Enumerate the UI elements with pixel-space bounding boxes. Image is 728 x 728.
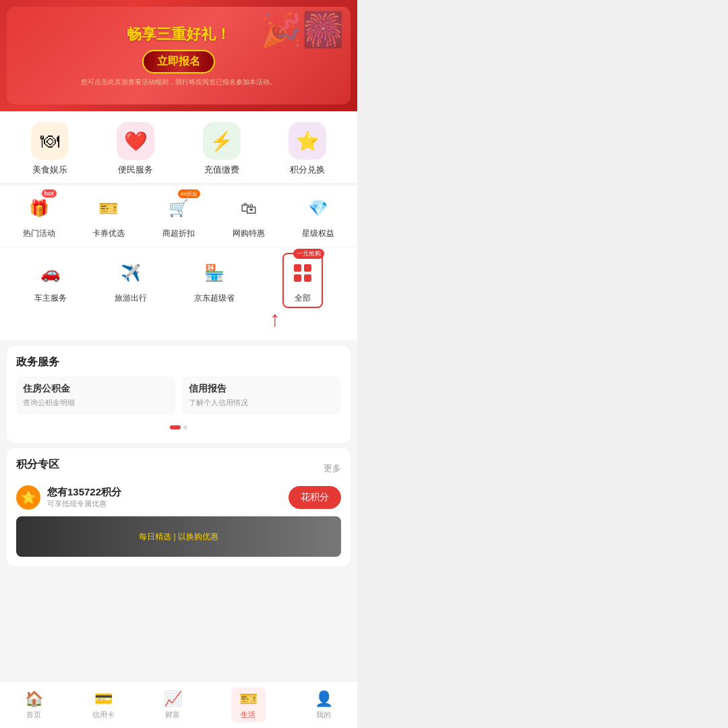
quick-label-all: 全部 xyxy=(295,293,311,304)
credit-card-icon: 💳 xyxy=(94,690,113,708)
food-icon: 🍽 xyxy=(31,122,69,160)
vip-icon: 💎 xyxy=(302,192,334,224)
quick-item-jd[interactable]: 🏪 京东超级省 xyxy=(194,257,235,304)
service-label-food: 美食娱乐 xyxy=(32,164,67,176)
hot-icon: 🎁 hot xyxy=(23,192,55,224)
points-sub: 可享抵现专属优惠 xyxy=(47,499,121,509)
gov-item-housing-title: 住房公积金 xyxy=(23,383,169,395)
travel-icon: ✈️ xyxy=(115,257,147,289)
gov-item-credit-title: 信用报告 xyxy=(189,383,334,395)
quick-label-discount: 商超折扣 xyxy=(162,228,195,239)
quick-item-vip[interactable]: 💎 星级权益 xyxy=(302,192,334,239)
arrow-area: ↑ xyxy=(0,313,357,340)
coupon-icon: 🎫 xyxy=(92,192,125,224)
quick-item-shopping[interactable]: 🛍 网购特惠 xyxy=(233,192,265,239)
all-icon xyxy=(286,257,319,289)
scroll-dot-1 xyxy=(170,425,181,429)
nav-item-mine[interactable]: 👤 我的 xyxy=(315,690,333,720)
scroll-indicator xyxy=(16,421,341,433)
service-label-points: 积分兑换 xyxy=(290,164,325,176)
quick-label-shopping: 网购特惠 xyxy=(233,228,265,239)
service-row: 🍽 美食娱乐 ❤️ 便民服务 ⚡ 充值缴费 ⭐ 积分兑换 xyxy=(0,111,357,183)
nav-item-credit[interactable]: 💳 信用卡 xyxy=(92,690,115,720)
gov-item-credit-desc: 了解个人信用情况 xyxy=(189,398,334,408)
quick-item-car[interactable]: 🚗 车主服务 xyxy=(34,257,67,304)
gov-item-credit[interactable]: 信用报告 了解个人信用情况 xyxy=(182,376,341,415)
left-phone: 🎉🎆 畅享三重好礼！ 立即报名 您可点击此页面查看活动细则，我行将按阅览已报名参… xyxy=(0,0,357,728)
quick-label-jd: 京东超级省 xyxy=(194,293,235,304)
arrow-up-icon: ↑ xyxy=(270,307,280,332)
nav-label-home: 首页 xyxy=(26,710,41,720)
promo-text: 每日精选 | 以换购优惠 xyxy=(139,531,218,543)
quick-item-all[interactable]: 一元抢购 全部 xyxy=(282,253,323,308)
points-exchange-icon: ⭐ xyxy=(289,122,326,160)
svg-rect-0 xyxy=(294,264,301,272)
points-star-icon: ⭐ xyxy=(16,485,40,510)
service-item-points[interactable]: ⭐ 积分兑换 xyxy=(289,122,326,176)
service-item-civic[interactable]: ❤️ 便民服务 xyxy=(117,122,154,176)
scroll-dot-2 xyxy=(183,425,187,429)
life-icon: 🎫 xyxy=(239,690,257,708)
banner-desc: 您可点击此页面查看活动细则，我行将按阅览已报名参加本活动。 xyxy=(81,78,276,87)
points-promo-banner: 每日精选 | 以换购优惠 xyxy=(16,516,341,557)
wealth-icon: 📈 xyxy=(164,690,182,708)
car-service-icon: 🚗 xyxy=(34,257,67,289)
gov-items: 住房公积金 查询公积金明细 信用报告 了解个人信用情况 xyxy=(16,376,341,415)
nav-label-credit: 信用卡 xyxy=(92,710,115,720)
quick-row-2: 🚗 车主服务 ✈️ 旅游出行 🏪 京东超级省 一元抢购 全部 xyxy=(0,247,357,313)
bottom-nav: 🏠 首页 💳 信用卡 📈 财富 🎫 生活 👤 我的 xyxy=(0,681,357,728)
all-badge: 一元抢购 xyxy=(293,249,324,259)
quick-label-coupon: 卡券优选 xyxy=(92,228,125,239)
mine-icon: 👤 xyxy=(315,690,333,708)
quick-row-1: 🎁 hot 热门活动 🎫 卡券优选 🛒 88折起 商超折扣 🛍 网购特惠 💎 星… xyxy=(0,185,357,246)
points-row: ⭐ 您有135722积分 可享抵现专属优惠 花积分 xyxy=(16,485,341,510)
quick-item-coupon[interactable]: 🎫 卡券优选 xyxy=(92,192,125,239)
discount-badge: 88折起 xyxy=(178,189,200,198)
civic-icon: ❤️ xyxy=(117,122,154,160)
nav-label-wealth: 财富 xyxy=(165,710,180,720)
quick-label-vip: 星级权益 xyxy=(302,228,334,239)
points-text: 您有135722积分 可享抵现专属优惠 xyxy=(47,486,121,509)
nav-item-wealth[interactable]: 📈 财富 xyxy=(164,690,182,720)
quick-label-car: 车主服务 xyxy=(34,293,67,304)
nav-label-life: 生活 xyxy=(241,710,255,720)
service-item-food[interactable]: 🍽 美食娱乐 xyxy=(31,122,69,176)
jd-icon: 🏪 xyxy=(198,257,231,289)
points-amount: 您有135722积分 xyxy=(47,486,121,499)
hot-badge: hot xyxy=(42,189,57,198)
gov-item-housing[interactable]: 住房公积金 查询公积金明细 xyxy=(16,376,175,415)
gov-item-housing-desc: 查询公积金明细 xyxy=(23,398,169,408)
points-section-title: 积分专区 xyxy=(16,458,59,472)
points-more[interactable]: 更多 xyxy=(324,462,341,475)
svg-rect-1 xyxy=(304,264,311,272)
quick-item-travel[interactable]: ✈️ 旅游出行 xyxy=(115,257,147,304)
service-label-recharge: 充值缴费 xyxy=(204,164,239,176)
service-label-civic: 便民服务 xyxy=(118,164,153,176)
gov-section-title: 政务服务 xyxy=(16,355,341,369)
home-icon: 🏠 xyxy=(25,690,43,708)
points-section: 积分专区 更多 ⭐ 您有135722积分 可享抵现专属优惠 花积分 每日精选 |… xyxy=(7,448,351,566)
discount-icon: 🛒 88折起 xyxy=(162,192,195,224)
shopping-icon: 🛍 xyxy=(233,192,265,224)
recharge-icon: ⚡ xyxy=(203,122,241,160)
svg-rect-2 xyxy=(294,274,301,282)
nav-item-home[interactable]: 🏠 首页 xyxy=(25,690,43,720)
quick-label-travel: 旅游出行 xyxy=(115,293,147,304)
gov-section: 政务服务 住房公积金 查询公积金明细 信用报告 了解个人信用情况 xyxy=(7,346,351,443)
service-item-recharge[interactable]: ⚡ 充值缴费 xyxy=(203,122,241,176)
quick-label-hot: 热门活动 xyxy=(23,228,55,239)
banner-title: 畅享三重好礼！ xyxy=(127,24,231,44)
quick-item-hot[interactable]: 🎁 hot 热门活动 xyxy=(23,192,55,239)
nav-item-life[interactable]: 🎫 生活 xyxy=(231,688,266,723)
banner-register-btn[interactable]: 立即报名 xyxy=(142,50,215,73)
banner[interactable]: 🎉🎆 畅享三重好礼！ 立即报名 您可点击此页面查看活动细则，我行将按阅览已报名参… xyxy=(0,0,357,111)
points-header: 积分专区 更多 xyxy=(16,458,341,479)
points-btn[interactable]: 花积分 xyxy=(289,486,341,509)
nav-label-mine: 我的 xyxy=(316,710,331,720)
svg-rect-3 xyxy=(304,274,311,282)
quick-item-discount[interactable]: 🛒 88折起 商超折扣 xyxy=(162,192,195,239)
